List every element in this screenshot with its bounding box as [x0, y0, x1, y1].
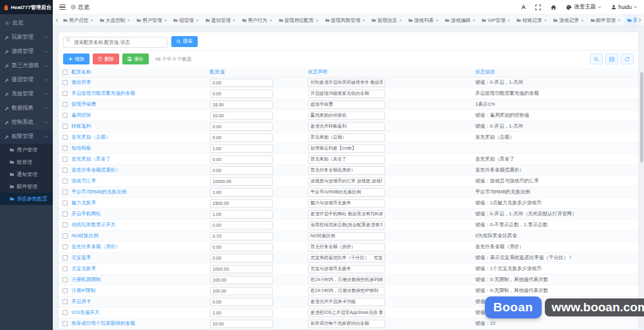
config-value-input[interactable] [210, 221, 273, 229]
sidebar-item-withdraw[interactable]: 提现管理 [0, 73, 53, 87]
config-name-link[interactable]: 提现手续费 [71, 101, 210, 108]
config-name-link[interactable]: 短信模板 [71, 145, 210, 151]
config-statement-input[interactable] [308, 298, 385, 306]
config-value-input[interactable] [210, 210, 273, 218]
tab-close-icon[interactable]: × [473, 18, 476, 23]
tab-item[interactable]: 转账记录× [513, 15, 550, 26]
select-all-checkbox[interactable] [62, 70, 68, 75]
tab-scroll-right-icon[interactable] [637, 18, 643, 23]
tab-close-icon[interactable]: × [507, 18, 511, 23]
row-checkbox[interactable] [62, 157, 68, 162]
row-checkbox[interactable] [62, 266, 68, 271]
search-button[interactable]: 搜索 [171, 36, 198, 47]
config-name-link[interactable]: 首充奖励（总额） [71, 134, 210, 141]
tab-close-icon[interactable]: × [269, 18, 272, 23]
config-name-link[interactable]: 在线玩家数显示开关 [71, 222, 210, 228]
config-statement-input[interactable] [308, 320, 385, 328]
config-statement-input[interactable] [308, 112, 385, 120]
row-checkbox[interactable] [62, 255, 68, 260]
tab-close-icon[interactable]: × [362, 18, 365, 23]
row-checkbox[interactable] [62, 168, 68, 173]
theme-switcher[interactable]: 改变主题 [566, 3, 601, 11]
save-button[interactable]: 保存 [122, 53, 149, 64]
config-value-input[interactable] [210, 112, 273, 120]
config-name-link[interactable]: 首充任务金额（原价） [71, 244, 210, 250]
config-value-input[interactable] [210, 320, 273, 328]
row-checkbox[interactable] [62, 299, 68, 304]
config-statement-input[interactable] [308, 144, 385, 153]
config-statement-input[interactable] [308, 199, 385, 208]
config-statement-input[interactable] [308, 177, 385, 186]
tab-close-icon[interactable]: × [436, 18, 439, 23]
row-checkbox[interactable] [62, 200, 68, 206]
tab-close-icon[interactable]: × [127, 18, 130, 23]
config-name-link[interactable]: 注册IP限制 [71, 287, 210, 294]
config-statement-input[interactable] [308, 276, 385, 284]
config-value-input[interactable] [210, 287, 273, 295]
config-statement-input[interactable] [308, 133, 385, 142]
sidebar-item-player[interactable]: 玩家管理 [0, 30, 53, 44]
config-statement-input[interactable] [308, 210, 385, 218]
config-value-input[interactable] [210, 254, 273, 262]
config-statement-input[interactable] [308, 79, 385, 87]
row-checkbox[interactable] [62, 211, 68, 217]
config-name-link[interactable]: 元宝返率 [71, 255, 210, 261]
row-checkbox[interactable] [62, 102, 68, 107]
sidebar-item-game[interactable]: 游戏管理 [0, 44, 53, 59]
tab-item[interactable]: 组管理× [170, 15, 202, 26]
config-statement-input[interactable] [308, 101, 385, 109]
config-value-input[interactable] [210, 122, 273, 131]
tab-item[interactable]: 邮件管理× [587, 15, 624, 26]
config-name-link[interactable]: 游戏币汇率 [71, 178, 210, 184]
row-checkbox[interactable] [62, 321, 68, 326]
config-statement-input[interactable] [308, 309, 385, 317]
config-statement-input[interactable] [308, 155, 385, 164]
row-checkbox[interactable] [62, 233, 68, 238]
column-header-value[interactable]: 配置值 [210, 69, 308, 75]
sidebar-item-user-admin[interactable]: 用户管理 [0, 144, 53, 156]
config-name-link[interactable]: 推荐成功每个玩家获得的金额 [71, 320, 210, 327]
tab-close-icon[interactable]: × [316, 18, 319, 23]
config-value-input[interactable] [210, 276, 273, 284]
column-header-name[interactable]: 配置名称 [71, 69, 210, 75]
sidebar-item-recharge[interactable]: 充值管理 [0, 87, 53, 101]
row-checkbox[interactable] [62, 124, 68, 129]
columns-button[interactable] [605, 53, 618, 64]
tab-item[interactable]: 用户管理× [133, 15, 170, 26]
tab-item[interactable]: 用户点控× [60, 15, 97, 26]
config-value-input[interactable] [210, 79, 273, 87]
config-value-input[interactable] [210, 133, 273, 142]
config-statement-input[interactable] [308, 265, 385, 273]
tab-item[interactable]: 游戏记录× [550, 15, 587, 26]
config-statement-input[interactable] [308, 254, 385, 262]
config-statement-input[interactable] [308, 287, 385, 295]
column-header-description[interactable]: 状态描述 [475, 69, 638, 75]
scrollbar-thumb[interactable] [640, 72, 643, 162]
tab-close-icon[interactable]: × [618, 18, 621, 23]
column-header-statement[interactable]: 状态声明 [308, 69, 475, 75]
tab-close-icon[interactable]: × [399, 18, 402, 23]
config-value-input[interactable] [210, 188, 273, 197]
tab-close-icon[interactable]: × [196, 18, 199, 23]
tab-close-icon[interactable]: × [90, 18, 93, 23]
config-statement-input[interactable] [308, 188, 385, 197]
tab-close-icon[interactable]: × [544, 18, 547, 23]
sidebar-item-report[interactable]: 数据报表 [0, 101, 53, 115]
config-statement-input[interactable] [308, 90, 385, 98]
row-checkbox[interactable] [62, 277, 68, 282]
tab-item[interactable]: 游戏列表× [405, 15, 442, 26]
sidebar-item-group-admin[interactable]: 组管理 [0, 156, 53, 168]
config-name-link[interactable]: 转账返利 [71, 123, 210, 130]
config-value-input[interactable] [210, 199, 273, 208]
toggle-search-button[interactable] [590, 53, 603, 64]
config-value-input[interactable] [210, 243, 273, 251]
config-statement-input[interactable] [308, 166, 385, 175]
config-value-input[interactable] [210, 265, 273, 273]
row-checkbox[interactable] [62, 135, 68, 140]
row-checkbox[interactable] [62, 80, 68, 85]
tab-close-icon[interactable]: × [232, 18, 236, 23]
config-value-input[interactable] [210, 101, 273, 109]
add-button[interactable]: 增加 [63, 53, 90, 64]
row-checkbox[interactable] [62, 222, 68, 228]
search-input[interactable] [63, 37, 167, 48]
